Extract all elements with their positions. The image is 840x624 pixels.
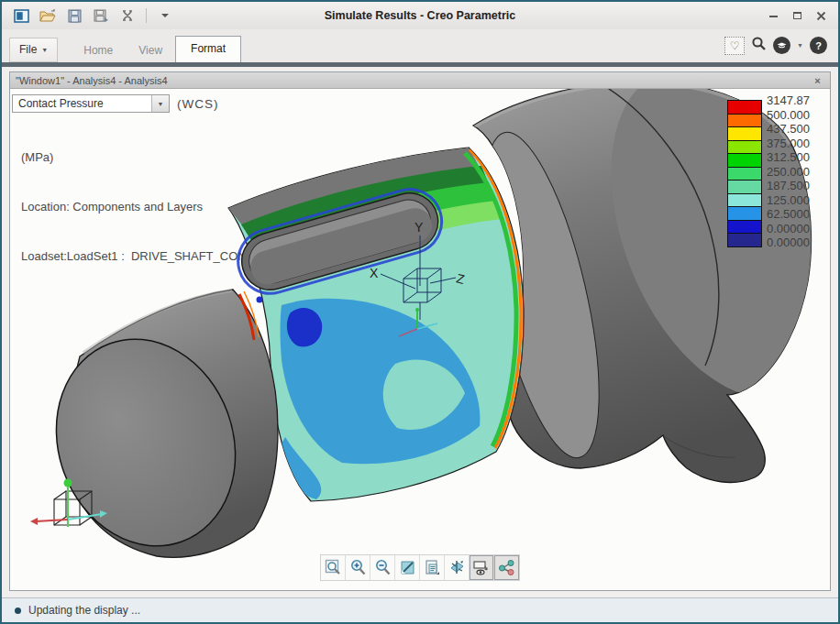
legend-swatch bbox=[727, 167, 762, 181]
favorites-button[interactable]: ♡ bbox=[724, 37, 745, 55]
legend-value: 437.500 bbox=[767, 122, 810, 137]
legend-value: 125.000 bbox=[767, 193, 810, 208]
community-button[interactable] bbox=[773, 37, 790, 54]
copy-image-button[interactable] bbox=[420, 555, 445, 580]
ribbon-tab-row: File ▼ Home View Format ♡ ▼ ? bbox=[2, 29, 838, 62]
tab-file-label: File bbox=[19, 43, 37, 56]
creo-application-window: Simulate Results - Creo Parametric File … bbox=[0, 0, 840, 624]
zoom-out-icon bbox=[374, 559, 392, 576]
toolbar-separator bbox=[146, 8, 147, 23]
close-app-button[interactable] bbox=[811, 8, 831, 23]
legend-value: 500.000 bbox=[767, 108, 810, 123]
shaft-front-cylinder bbox=[28, 290, 278, 572]
legend-swatch bbox=[727, 220, 762, 235]
zoom-in-icon bbox=[349, 559, 367, 576]
node-graph-icon bbox=[498, 559, 515, 576]
heart-icon: ♡ bbox=[730, 39, 740, 52]
new-window-button[interactable] bbox=[11, 6, 31, 25]
graphics-area[interactable]: Contact Pressure ▼ (WCS) (MPa) Location:… bbox=[10, 89, 830, 590]
minimize-button[interactable] bbox=[763, 8, 783, 23]
simulation-display-button[interactable] bbox=[494, 555, 519, 580]
chevron-down-icon[interactable]: ▼ bbox=[797, 42, 803, 49]
results-window-title: "Window1" - Analysis4 - Analysis4 bbox=[16, 75, 168, 86]
zoom-in-button[interactable] bbox=[346, 555, 370, 580]
legend-swatch bbox=[727, 153, 762, 168]
refit-icon bbox=[399, 559, 416, 576]
legend-value: 250.000 bbox=[767, 165, 810, 180]
legend-labels: 3147.87 500.000 437.500 375.000 312.500 … bbox=[767, 93, 810, 250]
help-button[interactable]: ? bbox=[810, 37, 827, 54]
zoom-out-button[interactable] bbox=[370, 555, 395, 580]
graphics-toolbar bbox=[320, 554, 520, 581]
box-zoom-icon bbox=[325, 559, 342, 576]
open-button[interactable] bbox=[38, 6, 58, 25]
window-icon bbox=[14, 9, 29, 23]
display-options-icon bbox=[472, 559, 491, 576]
tab-home[interactable]: Home bbox=[71, 39, 126, 62]
y-axis-label: Y bbox=[414, 220, 424, 235]
status-message: Updating the display ... bbox=[28, 604, 140, 617]
customize-toolbar-button[interactable] bbox=[155, 6, 175, 25]
box-zoom-button[interactable] bbox=[321, 555, 346, 580]
close-window-button[interactable] bbox=[117, 6, 138, 25]
results-window: "Window1" - Analysis4 - Analysis4 × Cont… bbox=[9, 71, 831, 591]
status-bullet-icon bbox=[15, 608, 21, 614]
open-folder-icon bbox=[39, 9, 56, 23]
save-icon bbox=[68, 9, 82, 23]
legend-swatch bbox=[727, 233, 762, 247]
learning-icon bbox=[777, 42, 787, 49]
legend-swatch bbox=[727, 180, 762, 194]
display-options-button[interactable] bbox=[470, 555, 494, 580]
legend-swatch bbox=[727, 140, 762, 155]
legend-swatch bbox=[727, 206, 762, 221]
title-bar: Simulate Results - Creo Parametric bbox=[2, 2, 838, 29]
save-button[interactable] bbox=[64, 6, 84, 25]
legend-swatch bbox=[727, 100, 762, 115]
legend-value: 0.00000 bbox=[767, 235, 810, 250]
save-as-icon bbox=[94, 9, 109, 23]
question-icon: ? bbox=[815, 40, 822, 51]
legend-swatch bbox=[727, 114, 762, 128]
tab-view[interactable]: View bbox=[126, 39, 175, 62]
legend-value: 3147.87 bbox=[767, 93, 810, 108]
results-window-header[interactable]: "Window1" - Analysis4 - Analysis4 × bbox=[10, 72, 830, 89]
search-icon bbox=[751, 36, 767, 51]
results-window-close-button[interactable]: × bbox=[811, 74, 824, 86]
legend-swatch bbox=[727, 126, 762, 141]
legend-value: 187.500 bbox=[767, 179, 810, 193]
main-area: "Window1" - Analysis4 - Analysis4 × Cont… bbox=[2, 67, 838, 597]
x-axis-label: X bbox=[370, 266, 379, 280]
legend-value: 312.500 bbox=[767, 150, 810, 165]
shaft-model-3d-view[interactable]: X Y Z bbox=[10, 89, 830, 586]
close-icon: × bbox=[814, 75, 820, 86]
legend-swatches bbox=[727, 101, 762, 250]
restore-icon bbox=[793, 12, 801, 19]
legend-value: 375.000 bbox=[767, 137, 810, 151]
legend-value: 62.5000 bbox=[767, 207, 810, 222]
utility-icons: ♡ ▼ ? bbox=[724, 36, 827, 55]
legend-swatch bbox=[727, 193, 762, 208]
cutting-plane-button[interactable] bbox=[445, 555, 470, 580]
window-controls bbox=[763, 8, 838, 23]
fringe-legend: 3147.87 500.000 437.500 375.000 312.500 … bbox=[727, 93, 810, 250]
quick-access-toolbar bbox=[2, 6, 175, 25]
cutting-plane-icon bbox=[448, 559, 466, 576]
close-x-icon bbox=[122, 10, 133, 21]
document-icon bbox=[424, 559, 441, 576]
status-bar: Updating the display ... bbox=[2, 597, 838, 622]
chevron-down-icon: ▼ bbox=[41, 47, 48, 53]
refit-button[interactable] bbox=[395, 555, 420, 580]
tab-format[interactable]: Format bbox=[175, 36, 241, 62]
search-button[interactable] bbox=[751, 36, 767, 55]
restore-button[interactable] bbox=[787, 8, 807, 23]
close-icon bbox=[816, 11, 826, 21]
tab-file[interactable]: File ▼ bbox=[9, 38, 58, 62]
legend-value: 0.00000 bbox=[767, 222, 810, 236]
minimize-icon bbox=[769, 15, 778, 17]
save-as-button[interactable] bbox=[91, 6, 111, 25]
chevron-down-icon bbox=[160, 13, 170, 18]
